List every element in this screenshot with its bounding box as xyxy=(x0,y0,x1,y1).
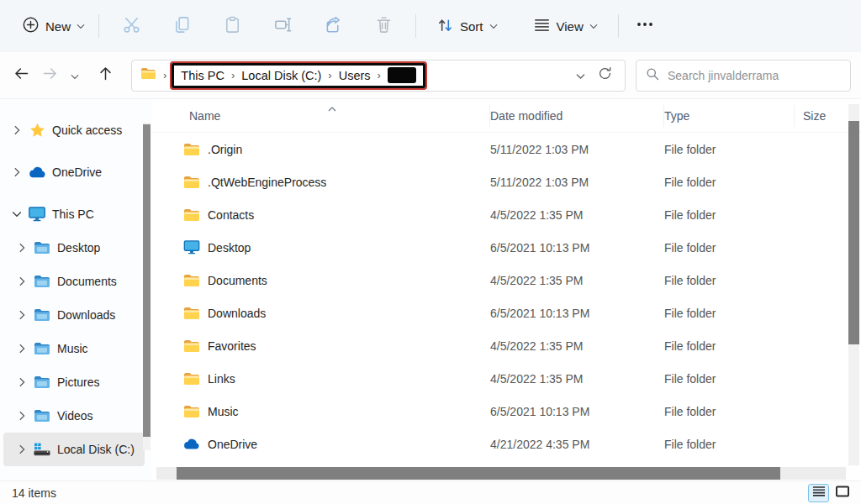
refresh-button[interactable] xyxy=(594,66,616,85)
see-more-button[interactable] xyxy=(626,8,664,45)
chevron-right-icon[interactable] xyxy=(10,125,24,135)
up-button[interactable] xyxy=(91,61,119,90)
column-header-date-modified[interactable]: Date modified xyxy=(490,105,664,127)
chevron-right-icon[interactable] xyxy=(15,344,29,354)
toolbar-separator xyxy=(98,14,99,38)
file-row[interactable]: Contacts 4/5/2022 1:35 PM File folder xyxy=(151,198,861,231)
chevron-right-icon[interactable] xyxy=(15,377,29,387)
file-row[interactable]: Favorites 4/5/2022 1:35 PM File folder xyxy=(151,329,861,362)
sidebar-item-this-pc[interactable]: This PC xyxy=(3,197,145,231)
chevron-right-icon[interactable] xyxy=(15,243,29,253)
sidebar-item-downloads[interactable]: Downloads xyxy=(3,298,145,332)
file-date-modified: 6/5/2021 10:13 PM xyxy=(490,241,664,255)
folder-icon xyxy=(182,143,200,156)
file-name: Downloads xyxy=(208,307,266,320)
back-button[interactable] xyxy=(7,61,35,90)
breadcrumb-item-this-pc[interactable]: This PC xyxy=(181,69,224,82)
thumbnail-view-button[interactable] xyxy=(832,484,853,502)
sidebar-item-desktop[interactable]: Desktop xyxy=(3,231,145,265)
view-button[interactable]: View xyxy=(526,11,605,42)
view-button-label: View xyxy=(557,19,584,34)
sidebar-item-pictures[interactable]: Pictures xyxy=(3,365,145,399)
search-box[interactable] xyxy=(636,60,851,92)
main-area: Quick access OneDrive This PC Desktop Do xyxy=(0,99,861,480)
file-row[interactable]: .QtWebEngineProcess 5/11/2022 1:03 PM Fi… xyxy=(151,165,861,198)
breadcrumb-separator: › xyxy=(326,69,333,81)
column-header-name[interactable]: Name xyxy=(151,105,490,127)
thumbnail-view-icon xyxy=(836,486,849,501)
onedrive-cloud-icon xyxy=(28,166,46,179)
sidebar-scrollbar-thumb[interactable] xyxy=(143,124,151,437)
file-date-modified: 6/5/2021 10:13 PM xyxy=(490,307,664,320)
star-icon xyxy=(28,123,46,138)
delete-button[interactable] xyxy=(358,8,409,45)
recent-locations-button[interactable] xyxy=(64,61,86,90)
file-row[interactable]: Links 4/5/2022 1:35 PM File folder xyxy=(151,362,861,395)
column-header-type[interactable]: Type xyxy=(664,105,795,127)
chevron-right-icon[interactable] xyxy=(15,310,29,320)
chevron-right-icon[interactable] xyxy=(10,167,24,177)
sidebar-item-videos[interactable]: Videos xyxy=(3,399,145,433)
file-list-pane: Name Date modified Type Size .Origin 5/1… xyxy=(151,99,861,480)
address-bar[interactable]: › This PC › Local Disk (C:) › Users › xyxy=(131,60,626,92)
plus-circle-icon xyxy=(22,16,40,37)
paste-button[interactable] xyxy=(207,8,257,45)
onedrive-cloud-icon xyxy=(182,438,200,450)
sidebar-item-label: Downloads xyxy=(57,308,115,322)
arrow-up-icon xyxy=(97,65,114,86)
new-button[interactable]: New xyxy=(15,11,92,42)
horizontal-scrollbar-thumb[interactable] xyxy=(177,467,780,480)
cut-button[interactable] xyxy=(106,8,156,45)
chevron-down-icon xyxy=(489,24,498,29)
chevron-down-icon xyxy=(576,68,585,82)
file-row[interactable]: .Origin 5/11/2022 1:03 PM File folder xyxy=(151,133,861,165)
chevron-down-icon[interactable] xyxy=(10,211,24,218)
breadcrumb-item-users[interactable]: Users xyxy=(339,69,371,82)
details-view-button[interactable] xyxy=(808,484,829,502)
file-type: File folder xyxy=(664,307,795,320)
file-name: Music xyxy=(208,405,239,418)
sidebar-item-local-disk-c[interactable]: Local Disk (C:) xyxy=(3,433,145,466)
chevron-down-icon xyxy=(589,24,598,29)
navigation-pane: Quick access OneDrive This PC Desktop Do xyxy=(0,99,151,480)
file-type: File folder xyxy=(664,372,795,386)
chevron-right-icon[interactable] xyxy=(15,444,29,454)
forward-button[interactable] xyxy=(35,61,64,90)
rename-button[interactable] xyxy=(257,8,308,45)
sidebar-item-label: Music xyxy=(57,342,88,355)
chevron-right-icon[interactable] xyxy=(15,276,29,286)
sidebar-item-documents[interactable]: Documents xyxy=(3,265,145,298)
rename-icon xyxy=(273,15,293,38)
file-type: File folder xyxy=(664,274,795,287)
file-row[interactable]: Music 6/5/2021 10:13 PM File folder xyxy=(151,395,861,428)
sidebar-item-label: Desktop xyxy=(57,241,100,255)
vertical-scrollbar[interactable] xyxy=(848,104,859,465)
sort-button[interactable]: Sort xyxy=(430,11,504,42)
breadcrumb-highlight-annotation: This PC › Local Disk (C:) › Users › xyxy=(172,63,425,88)
file-type: File folder xyxy=(664,339,795,353)
copy-button[interactable] xyxy=(156,8,207,45)
file-row[interactable]: Documents 4/5/2022 1:35 PM File folder xyxy=(151,264,861,297)
file-type: File folder xyxy=(664,241,795,255)
blue-folder-icon xyxy=(33,409,51,423)
address-dropdown-button[interactable] xyxy=(568,68,594,83)
file-row[interactable]: Downloads 6/5/2021 10:13 PM File folder xyxy=(151,297,861,329)
file-type: File folder xyxy=(664,143,795,156)
vertical-scrollbar-thumb[interactable] xyxy=(848,121,859,344)
horizontal-scrollbar[interactable] xyxy=(156,467,846,480)
file-date-modified: 6/5/2021 10:13 PM xyxy=(490,405,664,418)
sidebar-item-music[interactable]: Music xyxy=(3,332,145,365)
sidebar-scrollbar[interactable] xyxy=(143,123,151,450)
sidebar-item-quick-access[interactable]: Quick access xyxy=(3,113,145,147)
sidebar-item-label: Quick access xyxy=(52,123,122,137)
search-input[interactable] xyxy=(668,69,842,82)
breadcrumb-separator: › xyxy=(230,69,236,81)
chevron-right-icon[interactable] xyxy=(15,411,29,421)
file-row[interactable]: Desktop 6/5/2021 10:13 PM File folder xyxy=(151,231,861,264)
breadcrumb-item-local-disk-c[interactable]: Local Disk (C:) xyxy=(241,69,321,82)
file-type: File folder xyxy=(664,208,795,222)
file-row[interactable]: OneDrive 4/21/2022 4:35 PM File folder xyxy=(151,428,861,460)
arrow-left-icon xyxy=(13,65,30,86)
sidebar-item-onedrive[interactable]: OneDrive xyxy=(3,155,145,189)
share-button[interactable] xyxy=(308,8,358,45)
